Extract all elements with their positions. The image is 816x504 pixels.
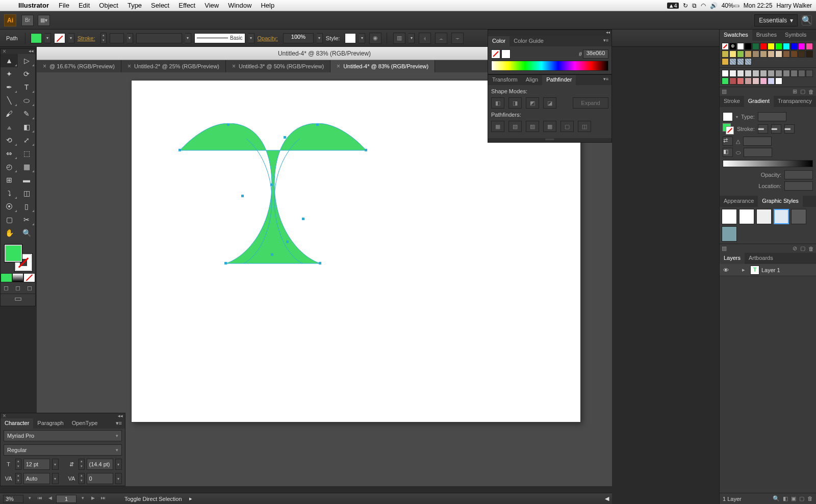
swatch[interactable] xyxy=(722,50,729,58)
expand-button[interactable]: Expand xyxy=(573,97,608,109)
swatch-libraries-icon[interactable]: ▥ xyxy=(722,88,727,95)
swatch[interactable]: ⊕ xyxy=(729,43,736,50)
fill-dropdown[interactable]: ▾ xyxy=(45,33,51,43)
fill-stroke-indicator[interactable] xyxy=(1,243,35,271)
new-style-icon[interactable]: ▢ xyxy=(800,245,805,252)
close-tab-icon[interactable]: × xyxy=(337,63,340,70)
swatch[interactable] xyxy=(722,77,729,85)
delete-swatch-icon[interactable]: 🗑 xyxy=(808,89,814,95)
line-segment-tool[interactable]: ╲ xyxy=(1,94,18,107)
panel-header[interactable]: ◂◂ xyxy=(488,30,611,36)
swatch-options-icon[interactable]: ⊞ xyxy=(793,88,797,95)
swatch[interactable] xyxy=(768,50,775,58)
swatch[interactable] xyxy=(729,77,736,85)
panel-resize-grip[interactable]: ═══ xyxy=(488,138,611,142)
draw-normal-icon[interactable]: ◻ xyxy=(1,283,12,293)
perspective-grid-tool[interactable]: ▦ xyxy=(18,160,35,173)
bridge-button[interactable]: Br xyxy=(21,15,34,26)
swatch[interactable] xyxy=(798,43,805,50)
crop-button[interactable]: ▩ xyxy=(543,121,556,132)
pen-tool[interactable]: ✒ xyxy=(1,81,18,94)
tab-color-guide[interactable]: Color Guide xyxy=(509,36,548,46)
panel-menu-icon[interactable]: ▾≡ xyxy=(600,75,611,85)
swatch[interactable] xyxy=(798,70,805,77)
vector-shape[interactable] xyxy=(177,123,371,271)
gradient-location-input[interactable] xyxy=(784,181,813,191)
swatch[interactable] xyxy=(737,77,744,85)
fill-indicator[interactable] xyxy=(5,245,22,262)
graphic-style-thumb[interactable] xyxy=(774,209,789,224)
break-link-icon[interactable]: ⊘ xyxy=(793,245,797,252)
align-to-selection-icon[interactable]: ▥ xyxy=(393,33,405,44)
swatch[interactable] xyxy=(783,50,790,58)
swatch[interactable] xyxy=(760,70,767,77)
gradient-slider[interactable] xyxy=(723,160,813,167)
free-transform-tool[interactable]: ⬚ xyxy=(18,147,35,160)
new-layer-icon[interactable]: ▢ xyxy=(799,495,804,502)
swatch[interactable] xyxy=(745,70,752,77)
artboard-tool[interactable]: ▢ xyxy=(1,213,18,226)
font-size-stepper[interactable]: ▴▾ xyxy=(15,459,21,470)
prev-artboard-icon[interactable]: ◀ xyxy=(46,495,54,502)
close-tab-icon[interactable]: × xyxy=(128,63,131,70)
tab-transparency[interactable]: Transparency xyxy=(774,96,816,107)
stroke-weight-stepper[interactable]: ▴▾ xyxy=(100,33,107,44)
menu-window[interactable]: Window xyxy=(228,2,251,9)
menu-object[interactable]: Object xyxy=(99,2,118,9)
swatch[interactable] xyxy=(760,43,767,50)
trim-button[interactable]: ▧ xyxy=(508,121,522,132)
locate-object-icon[interactable]: 🔍 xyxy=(773,495,780,502)
gradient-aspect-input[interactable] xyxy=(744,148,772,157)
tracking-input[interactable]: 0 xyxy=(87,473,113,484)
hex-input[interactable]: 38e060 xyxy=(583,49,608,59)
swatch[interactable] xyxy=(775,70,782,77)
panel-handle[interactable]: ◂◂ xyxy=(1,413,125,418)
rectangle-tool[interactable]: ⬭ xyxy=(18,94,35,107)
stroke-weight-input[interactable] xyxy=(110,33,124,43)
arrange-documents-button[interactable]: ▦▾ xyxy=(38,15,50,26)
tab-gradient[interactable]: Gradient xyxy=(744,96,774,107)
shape-builder-tool[interactable]: ◴ xyxy=(1,160,18,173)
selection-tool[interactable]: ▲ xyxy=(1,54,18,67)
minus-back-button[interactable]: ◫ xyxy=(578,121,591,132)
graphic-styles-library-icon[interactable]: ▥ xyxy=(722,245,727,252)
tab-paragraph[interactable]: Paragraph xyxy=(33,418,67,429)
stroke-align-3-icon[interactable]: ▬ xyxy=(784,124,795,134)
recolor-artwork-icon[interactable]: ◉ xyxy=(369,33,381,44)
tracking-stepper[interactable]: ▴▾ xyxy=(79,473,85,484)
screen-mode-button[interactable]: ▭ xyxy=(1,294,35,303)
font-family-select[interactable]: Myriad Pro▾ xyxy=(4,430,122,441)
draw-behind-icon[interactable]: ◻ xyxy=(12,283,24,293)
direct-selection-tool[interactable]: ▷ xyxy=(18,54,35,67)
zoom-level-input[interactable]: 3% xyxy=(3,495,23,503)
eraser-tool[interactable]: ◧ xyxy=(18,120,35,134)
pencil-tool[interactable]: ✎ xyxy=(18,107,35,120)
swatch[interactable] xyxy=(745,43,752,50)
leading-stepper[interactable]: ▴▾ xyxy=(79,459,85,470)
kerning-input[interactable]: Auto xyxy=(23,473,50,484)
tab-color[interactable]: Color xyxy=(488,36,509,46)
tab-stroke[interactable]: Stroke xyxy=(720,96,744,107)
stroke-align-1-icon[interactable]: ▬ xyxy=(758,124,768,134)
layer-name[interactable]: Layer 1 xyxy=(761,267,780,273)
tab-character[interactable]: Character xyxy=(1,418,33,429)
swatch[interactable] xyxy=(798,50,805,58)
tab-symbols[interactable]: Symbols xyxy=(781,30,810,41)
swatch[interactable] xyxy=(768,43,775,50)
panel-menu-icon[interactable]: ▾≡ xyxy=(600,36,611,46)
swatch[interactable] xyxy=(737,58,744,65)
none-mode-button[interactable] xyxy=(23,273,35,282)
tracking-dropdown[interactable]: ▾ xyxy=(115,473,122,484)
stroke-align-2-icon[interactable]: ▬ xyxy=(771,124,781,134)
wifi-icon[interactable]: ◠ xyxy=(701,2,706,9)
close-tab-icon[interactable]: × xyxy=(232,63,236,70)
swatch[interactable] xyxy=(752,77,759,85)
fill-color-swatch[interactable] xyxy=(31,33,42,43)
unite-button[interactable]: ◧ xyxy=(491,97,504,109)
swatch[interactable] xyxy=(722,58,729,65)
create-sublayer-icon[interactable]: ▣ xyxy=(791,495,796,502)
graphic-style-thumb[interactable] xyxy=(722,209,737,224)
expand-layer-icon[interactable]: ▸ xyxy=(742,267,748,273)
minus-front-button[interactable]: ◨ xyxy=(508,97,522,109)
tab-pathfinder[interactable]: Pathfinder xyxy=(542,75,576,85)
